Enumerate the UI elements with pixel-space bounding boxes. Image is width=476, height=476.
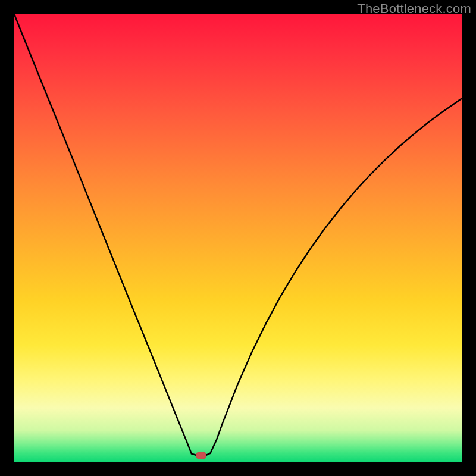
chart-stage: TheBottleneck.com <box>0 0 476 476</box>
bottleneck-curve <box>14 14 462 462</box>
plot-area <box>14 14 462 462</box>
optimum-marker <box>196 452 206 459</box>
curve-path <box>14 14 462 456</box>
